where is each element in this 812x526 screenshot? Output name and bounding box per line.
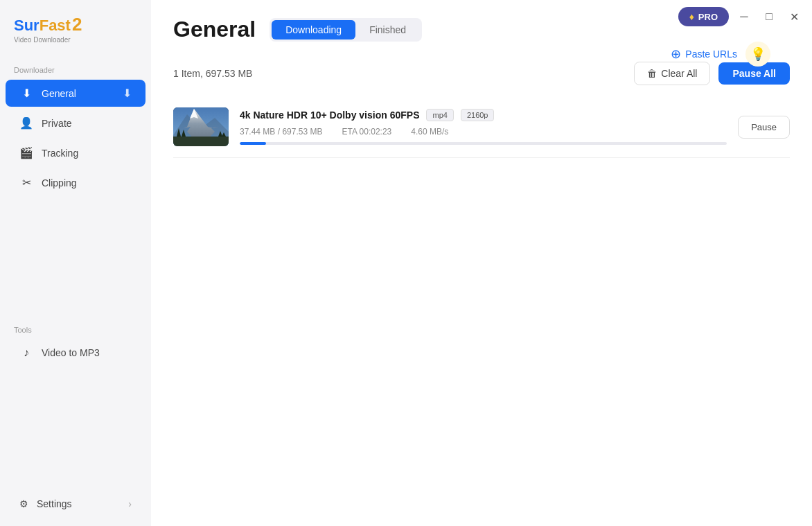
pro-label: PRO	[698, 12, 718, 22]
sidebar-item-private[interactable]: 👤 Private	[6, 109, 145, 137]
main-content: ⊕ Paste URLs 💡 General Downloading Finis…	[151, 0, 812, 526]
sidebar: SurFast 2 Video Downloader Downloader ⬇ …	[0, 0, 151, 526]
settings-left: ⚙ Settings	[19, 498, 72, 509]
item-count: 1 Item, 697.53 MB	[173, 68, 252, 79]
clear-all-label: Clear All	[661, 68, 697, 79]
tracking-icon: 🎬	[19, 146, 33, 159]
item-stats: 37.44 MB / 697.53 MB ETA 00:02:23 4.60 M…	[240, 127, 727, 137]
item-title-row: 4k Nature HDR 10+ Dolby vision 60FPS mp4…	[240, 109, 727, 121]
settings-label: Settings	[37, 498, 72, 509]
page-title: General	[173, 17, 256, 42]
logo-container: SurFast 2 Video Downloader	[14, 14, 82, 44]
logo: SurFast 2 Video Downloader	[0, 0, 151, 60]
download-to-device-icon: ⬇	[123, 87, 132, 100]
clipping-icon: ✂	[19, 176, 33, 189]
titlebar: ♦ PRO ─ □ ✕	[670, 0, 812, 33]
thumbnail	[173, 107, 229, 146]
sidebar-item-tracking[interactable]: 🎬 Tracking	[6, 139, 145, 166]
speed: 4.60 MB/s	[411, 127, 448, 137]
app-layout: SurFast 2 Video Downloader Downloader ⬇ …	[0, 0, 812, 526]
settings-item[interactable]: ⚙ Settings ›	[6, 491, 145, 516]
content-area: 1 Item, 697.53 MB 🗑 Clear All Pause All	[151, 53, 812, 526]
download-size: 37.44 MB / 697.53 MB	[240, 127, 322, 137]
minimize-button[interactable]: ─	[734, 7, 754, 26]
maximize-icon: □	[766, 10, 773, 23]
diamond-icon: ♦	[689, 11, 694, 22]
item-info: 4k Nature HDR 10+ Dolby vision 60FPS mp4…	[240, 109, 727, 145]
logo-subtitle: Video Downloader	[14, 36, 82, 44]
progress-bar	[240, 142, 266, 145]
tools-section-label: Tools	[0, 320, 151, 338]
trash-icon: 🗑	[647, 68, 657, 79]
item-title: 4k Nature HDR 10+ Dolby vision 60FPS	[240, 109, 419, 121]
sidebar-bottom: ⚙ Settings ›	[0, 490, 151, 526]
svg-rect-4	[173, 137, 229, 146]
sidebar-item-label-clipping: Clipping	[42, 177, 77, 189]
chevron-right-icon: ›	[128, 498, 132, 509]
tabs: Downloading Finished	[270, 18, 422, 42]
paste-urls-button[interactable]: ⊕ Paste URLs	[671, 46, 737, 62]
maximize-button[interactable]: □	[759, 7, 779, 26]
minimize-icon: ─	[740, 10, 748, 23]
download-icon: ⬇	[19, 87, 33, 100]
sun-icon: 💡	[750, 46, 766, 62]
close-icon: ✕	[790, 10, 799, 24]
eta: ETA 00:02:23	[342, 127, 391, 137]
header-actions: ⊕ Paste URLs 💡	[671, 42, 770, 67]
pause-button[interactable]: Pause	[738, 116, 790, 139]
settings-icon: ⚙	[19, 498, 28, 509]
person-icon: 👤	[19, 116, 33, 130]
logo-number: 2	[72, 14, 82, 35]
close-button[interactable]: ✕	[784, 7, 804, 26]
progress-bar-container	[240, 142, 727, 145]
pro-button[interactable]: ♦ PRO	[678, 7, 729, 26]
sidebar-item-video-to-mp3[interactable]: ♪ Video to MP3	[6, 340, 145, 366]
theme-toggle-button[interactable]: 💡	[745, 42, 770, 67]
download-item: 4k Nature HDR 10+ Dolby vision 60FPS mp4…	[173, 96, 790, 158]
music-icon: ♪	[19, 347, 33, 359]
logo-text: SurFast	[14, 18, 71, 33]
format-badge: mp4	[426, 109, 453, 121]
sidebar-item-clipping[interactable]: ✂ Clipping	[6, 169, 145, 196]
sidebar-item-label-private: Private	[42, 118, 72, 129]
sidebar-item-label-general: General	[42, 88, 76, 99]
paste-icon: ⊕	[671, 46, 681, 62]
sidebar-item-general[interactable]: ⬇ General ⬇	[6, 80, 145, 107]
sidebar-item-label-video-to-mp3: Video to MP3	[42, 347, 100, 358]
tab-downloading[interactable]: Downloading	[272, 20, 355, 40]
sidebar-item-label-tracking: Tracking	[42, 148, 78, 159]
resolution-badge: 2160p	[461, 109, 495, 121]
tab-finished[interactable]: Finished	[355, 20, 420, 40]
paste-urls-label: Paste URLs	[685, 49, 737, 60]
thumbnail-image	[173, 107, 229, 146]
downloader-section-label: Downloader	[0, 60, 151, 78]
